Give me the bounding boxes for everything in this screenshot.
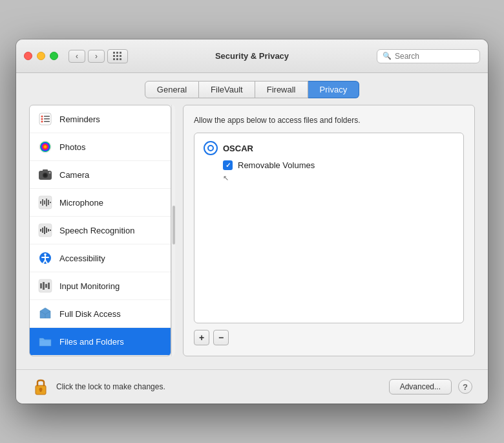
svg-point-11 — [44, 174, 47, 177]
accessibility-icon — [37, 250, 53, 266]
sidebar-item-microphone[interactable]: Microphone — [30, 189, 171, 217]
sidebar-item-label-full-disk: Full Disk Access — [59, 309, 121, 319]
search-input[interactable] — [395, 52, 474, 61]
svg-rect-28 — [50, 230, 51, 231]
tab-privacy[interactable]: Privacy — [308, 81, 360, 98]
sidebar-item-label-photos: Photos — [59, 142, 85, 152]
main-panel: Allow the apps below to access files and… — [183, 105, 475, 356]
sidebar-item-label-files: Files and Folders — [59, 337, 124, 347]
lock-text: Click the lock to make changes. — [56, 382, 383, 391]
svg-rect-43 — [40, 389, 42, 392]
svg-rect-37 — [43, 282, 45, 290]
svg-point-1 — [41, 116, 43, 118]
sidebar-wrapper: Reminders — [29, 105, 175, 356]
svg-rect-6 — [44, 121, 50, 122]
sidebar-item-camera[interactable]: Camera — [30, 161, 171, 189]
svg-rect-12 — [43, 169, 48, 171]
svg-rect-17 — [42, 199, 43, 206]
maximize-button[interactable] — [50, 52, 58, 60]
reminders-icon — [37, 111, 53, 127]
titlebar: ‹ › Security & Privacy 🔍 — [16, 39, 488, 73]
svg-rect-25 — [44, 226, 45, 234]
files-and-folders-icon — [37, 334, 53, 349]
sidebar-item-accessibility[interactable]: Accessibility — [30, 244, 171, 272]
sidebar-item-label-speech: Speech Recognition — [59, 226, 134, 235]
svg-rect-4 — [44, 116, 50, 117]
full-disk-access-icon — [37, 306, 53, 321]
svg-rect-20 — [48, 200, 49, 205]
back-button[interactable]: ‹ — [68, 50, 85, 63]
removable-volumes-item[interactable]: Removable Volumes — [200, 158, 458, 173]
sidebar-item-label-reminders: Reminders — [59, 114, 100, 124]
panel-description: Allow the apps below to access files and… — [194, 116, 464, 125]
sidebar: Reminders — [29, 105, 171, 356]
search-icon: 🔍 — [383, 52, 392, 60]
help-button[interactable]: ? — [458, 380, 472, 394]
svg-point-8 — [40, 142, 50, 152]
add-button[interactable]: + — [194, 330, 209, 345]
removable-volumes-checkbox[interactable] — [223, 160, 233, 170]
microphone-icon — [37, 195, 53, 210]
scrollbar-thumb[interactable] — [173, 206, 175, 244]
tab-filevault[interactable]: FileVault — [199, 81, 255, 98]
bottom-bar: Click the lock to make changes. Advanced… — [16, 369, 488, 404]
tab-general[interactable]: General — [145, 81, 199, 98]
sidebar-item-label-input-monitoring: Input Monitoring — [59, 281, 120, 291]
photos-icon — [37, 139, 53, 155]
oscar-name: OSCAR — [223, 144, 253, 153]
sidebar-item-input-monitoring[interactable]: Input Monitoring — [30, 272, 171, 300]
svg-rect-24 — [42, 228, 43, 233]
lock-icon[interactable] — [32, 378, 50, 396]
close-button[interactable] — [24, 52, 32, 60]
input-monitoring-icon — [37, 278, 53, 294]
grid-icon — [113, 52, 122, 61]
sidebar-item-label-microphone: Microphone — [59, 198, 103, 208]
tabs-bar: General FileVault Firewall Privacy — [16, 73, 488, 105]
svg-rect-19 — [46, 199, 47, 206]
search-box[interactable]: 🔍 — [377, 49, 480, 63]
svg-rect-23 — [40, 229, 41, 232]
traffic-lights — [24, 52, 58, 60]
remove-button[interactable]: − — [213, 330, 229, 345]
svg-point-2 — [41, 118, 43, 120]
removable-volumes-label: Removable Volumes — [238, 160, 315, 170]
svg-point-13 — [49, 172, 51, 174]
minimize-button[interactable] — [37, 52, 45, 60]
sidebar-item-photos[interactable]: Photos — [30, 133, 171, 161]
svg-point-3 — [41, 121, 43, 123]
sidebar-item-files-and-folders[interactable]: Files and Folders — [30, 328, 171, 356]
svg-rect-27 — [48, 229, 49, 232]
app-list: OSCAR Removable Volumes ↖ — [194, 133, 464, 323]
svg-rect-39 — [48, 283, 50, 289]
sidebar-item-reminders[interactable]: Reminders — [30, 105, 171, 133]
forward-button[interactable]: › — [88, 50, 105, 63]
camera-icon — [37, 167, 53, 182]
cursor-indicator: ↖ — [223, 174, 229, 182]
sidebar-item-full-disk-access[interactable]: Full Disk Access — [30, 300, 171, 328]
tab-firewall[interactable]: Firewall — [255, 81, 308, 98]
speech-recognition-icon — [37, 222, 53, 238]
svg-rect-26 — [46, 228, 47, 233]
sidebar-item-speech-recognition[interactable]: Speech Recognition — [30, 217, 171, 244]
oscar-icon-inner — [207, 145, 214, 151]
sidebar-item-label-camera: Camera — [59, 170, 89, 180]
svg-rect-16 — [40, 201, 41, 204]
svg-rect-21 — [50, 202, 51, 203]
nav-buttons: ‹ › — [68, 50, 105, 63]
grid-button[interactable] — [107, 49, 128, 63]
app-item-oscar: OSCAR — [200, 138, 458, 158]
advanced-button[interactable]: Advanced... — [389, 379, 452, 394]
sidebar-item-label-accessibility: Accessibility — [59, 254, 105, 263]
svg-rect-18 — [44, 200, 45, 204]
content-area: Reminders — [16, 105, 488, 369]
svg-rect-5 — [44, 118, 50, 120]
svg-rect-36 — [40, 283, 42, 288]
oscar-icon — [204, 141, 218, 155]
svg-rect-38 — [45, 284, 47, 288]
panel-buttons: + − — [194, 330, 464, 345]
window: ‹ › Security & Privacy 🔍 General FileVau… — [16, 39, 488, 404]
scrollbar-track[interactable] — [171, 105, 175, 356]
window-title: Security & Privacy — [215, 51, 289, 61]
